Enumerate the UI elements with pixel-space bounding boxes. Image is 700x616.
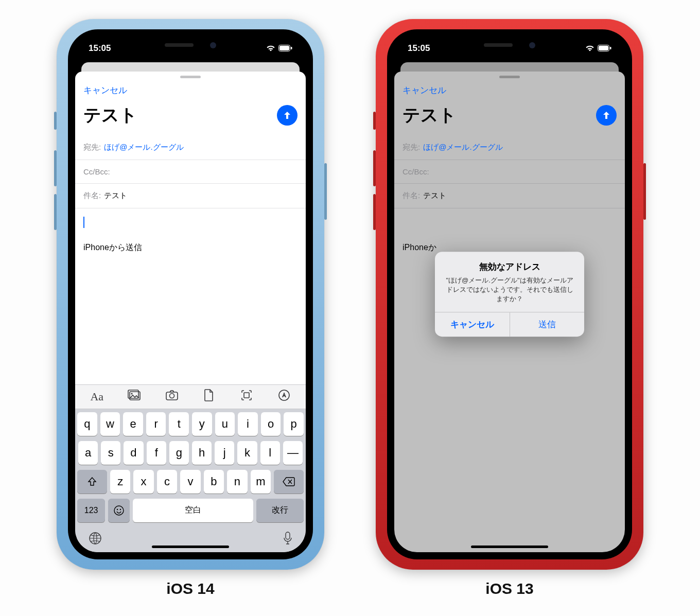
markup-icon[interactable] (267, 389, 301, 404)
return-key[interactable]: 改行 (256, 499, 304, 522)
bezel: 15:05 キャンセル テスト (68, 29, 313, 559)
shift-key[interactable] (77, 470, 107, 494)
mic-icon[interactable] (283, 532, 292, 547)
mute-switch (373, 112, 376, 130)
subject-label: 件名: (402, 191, 420, 201)
scan-icon[interactable] (230, 389, 263, 404)
key-l[interactable]: l (260, 441, 280, 465)
phone-ios13-column: 15:05 キャンセル テスト (376, 19, 643, 597)
signature: iPhoneから送信 (83, 242, 297, 253)
send-button[interactable] (596, 105, 617, 126)
key-—[interactable]: — (283, 441, 303, 465)
photo-library-icon[interactable] (117, 390, 151, 404)
key-b[interactable]: b (204, 470, 224, 494)
volume-down (54, 194, 57, 230)
key-u[interactable]: u (215, 412, 235, 436)
power-button (324, 163, 327, 220)
key-g[interactable]: g (169, 441, 189, 465)
to-label: 宛先: (83, 143, 101, 152)
to-value: ほげ@メール.グーグル (104, 143, 183, 152)
delete-key[interactable] (274, 470, 304, 494)
key-a[interactable]: a (78, 441, 98, 465)
key-f[interactable]: f (147, 441, 166, 465)
camera-icon[interactable] (155, 390, 188, 404)
space-key[interactable]: 空白 (133, 499, 253, 522)
compose-sheet: キャンセル テスト 宛先: ほげ@メール.グーグル Cc/Bcc (75, 72, 306, 552)
caption-ios13: iOS 13 (485, 580, 533, 597)
cancel-button[interactable]: キャンセル (83, 85, 127, 95)
battery-icon (598, 45, 611, 51)
message-body[interactable]: iPhoneから送信 (75, 208, 306, 384)
keyboard: qwertyuiop asdfghjkl— zxcvbnm 123 空白 (75, 409, 306, 552)
svg-rect-1 (279, 46, 289, 50)
front-camera (529, 42, 535, 48)
comparison-row: 15:05 キャンセル テスト (57, 19, 643, 597)
key-t[interactable]: t (169, 412, 189, 436)
key-c[interactable]: c (157, 470, 177, 494)
front-camera (210, 42, 216, 48)
key-r[interactable]: r (146, 412, 166, 436)
speaker-grille (484, 43, 513, 47)
key-row-2: asdfghjkl— (77, 441, 304, 465)
subject-value: テスト (104, 191, 127, 201)
subject-value: テスト (423, 191, 446, 201)
to-field[interactable]: 宛先: ほげ@メール.グーグル (394, 135, 625, 160)
key-row-4: 123 空白 改行 (77, 499, 304, 522)
key-z[interactable]: z (110, 470, 130, 494)
key-y[interactable]: y (192, 412, 212, 436)
key-k[interactable]: k (237, 441, 257, 465)
key-d[interactable]: d (124, 441, 143, 465)
status-time: 15:05 (89, 43, 111, 54)
volume-up (54, 150, 57, 186)
format-aa-button[interactable]: Aa (80, 390, 114, 403)
globe-icon[interactable] (89, 532, 102, 547)
key-m[interactable]: m (251, 470, 271, 494)
key-x[interactable]: x (133, 470, 153, 494)
svg-point-12 (120, 508, 121, 509)
subject-field[interactable]: 件名: テスト (394, 184, 625, 208)
compose-title: テスト (402, 103, 457, 127)
ccbcc-field[interactable]: Cc/Bcc: (394, 160, 625, 184)
arrow-up-icon (282, 110, 292, 120)
volume-down (373, 194, 376, 230)
send-button[interactable] (277, 105, 297, 126)
document-icon[interactable] (192, 389, 226, 404)
key-123[interactable]: 123 (77, 499, 105, 522)
to-label: 宛先: (402, 143, 420, 152)
key-v[interactable]: v (180, 470, 200, 494)
subject-field[interactable]: 件名: テスト (75, 184, 306, 208)
key-row-1: qwertyuiop (77, 412, 304, 436)
ccbcc-field[interactable]: Cc/Bcc: (75, 160, 306, 184)
to-field[interactable]: 宛先: ほげ@メール.グーグル (75, 135, 306, 160)
svg-rect-16 (599, 46, 608, 50)
key-h[interactable]: h (192, 441, 212, 465)
key-i[interactable]: i (238, 412, 258, 436)
key-n[interactable]: n (227, 470, 247, 494)
caption-ios14: iOS 14 (166, 580, 214, 597)
keyboard-bottom (77, 527, 304, 547)
power-button (643, 163, 646, 220)
alert-message: "ほげ@メール.グーグル"は有効なメールアドレスではないようです。それでも送信し… (443, 276, 576, 304)
key-w[interactable]: w (100, 412, 120, 436)
key-p[interactable]: p (284, 412, 304, 436)
key-s[interactable]: s (101, 441, 120, 465)
home-indicator[interactable] (152, 545, 229, 548)
keyboard-toolbar: Aa (75, 384, 306, 409)
sheet-grabber[interactable] (499, 76, 520, 78)
alert-cancel-button[interactable]: キャンセル (435, 312, 510, 337)
key-e[interactable]: e (123, 412, 143, 436)
key-o[interactable]: o (261, 412, 281, 436)
to-value: ほげ@メール.グーグル (423, 143, 502, 152)
svg-point-10 (114, 506, 124, 515)
home-indicator[interactable] (471, 545, 548, 548)
battery-icon (278, 45, 292, 51)
emoji-key[interactable] (108, 499, 130, 522)
svg-rect-8 (244, 393, 249, 398)
svg-rect-14 (286, 532, 290, 539)
key-j[interactable]: j (215, 441, 234, 465)
wifi-icon (266, 45, 275, 51)
sheet-grabber[interactable] (180, 76, 201, 78)
alert-send-button[interactable]: 送信 (510, 312, 585, 337)
cancel-button[interactable]: キャンセル (402, 85, 446, 95)
key-q[interactable]: q (77, 412, 97, 436)
